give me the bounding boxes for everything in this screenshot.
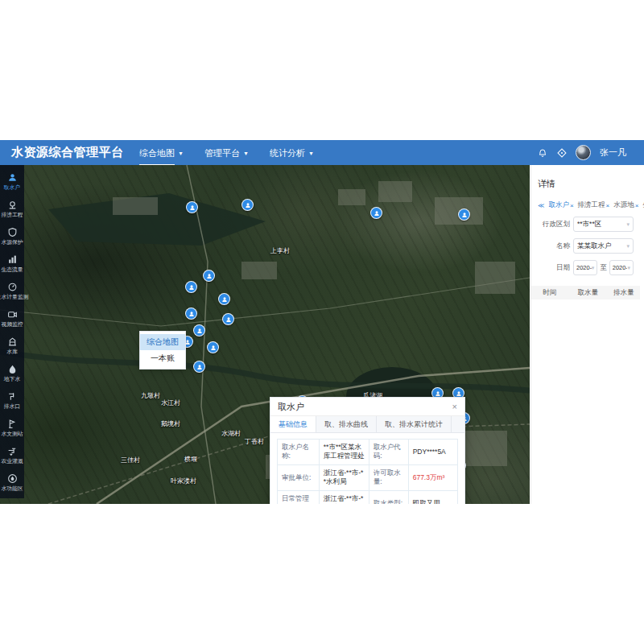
pump-icon: [7, 200, 18, 210]
water-user-marker[interactable]: [193, 361, 205, 373]
modal-body: 取水户名称: **市**区某水库工程管理处 取水户代码: PDY****5A 审…: [270, 433, 464, 504]
user-avatar[interactable]: [576, 145, 591, 160]
reservoir-icon: [7, 336, 18, 347]
col-intake: 取水量: [568, 288, 608, 298]
name-select[interactable]: 某某取水户 ▾: [573, 238, 634, 254]
district-select[interactable]: **市**区 ▾: [573, 217, 634, 232]
sidebar-item-metering-monitor[interactable]: 取水计量监测: [0, 277, 24, 304]
panel-tab-water-user[interactable]: 取水户×: [548, 200, 573, 210]
map-place-label: 九墩村: [141, 391, 160, 400]
water-user-marker[interactable]: [458, 208, 470, 221]
dropdown-item-ledger[interactable]: 一本账: [140, 350, 185, 366]
table-row: 审批单位: 浙江省-**市-**水利局 许可取水量: 677.3万m³: [278, 464, 458, 490]
panel-tab-water-source[interactable]: 水源地×: [613, 200, 638, 210]
field-value: 即取又用: [408, 490, 457, 504]
nav-item-stats[interactable]: 统计分析 ▼: [270, 147, 314, 159]
water-user-marker[interactable]: [193, 324, 205, 336]
field-value: 浙江省-**市-**水利局: [319, 490, 369, 504]
modal-title: 取水户: [278, 401, 304, 413]
water-user-marker[interactable]: [185, 308, 197, 320]
top-header: 水资源综合管理平台 综合地图 ▼ 管理平台 ▼ 统计分析 ▼ 张一凡: [0, 140, 644, 165]
water-user-marker[interactable]: [203, 270, 215, 282]
chevron-down-icon: ▾: [626, 243, 630, 250]
col-time: 时间: [531, 288, 568, 298]
info-table: 取水户名称: **市**区某水库工程管理处 取水户代码: PDY****5A 审…: [277, 439, 458, 504]
water-user-marker[interactable]: [242, 199, 254, 211]
district-field: 行政区划 **市**区 ▾: [538, 217, 634, 232]
map-place-label: 横堰: [184, 455, 197, 464]
pipe-icon: [7, 391, 18, 402]
map-place-label: 上李村: [270, 246, 290, 255]
tab-basic-info[interactable]: 基础信息: [270, 416, 316, 432]
shield-icon: [7, 227, 18, 237]
col-drainage: 排水量: [607, 288, 640, 298]
sidebar-item-function-zone[interactable]: 水功能区: [0, 469, 24, 496]
water-user-marker[interactable]: [185, 281, 197, 293]
settings-icon[interactable]: [556, 147, 567, 158]
water-user-marker[interactable]: [370, 207, 382, 219]
map-canvas[interactable]: 瓜渚湖红建村红梅村九墩村水江村鹅境村水湖村丁香村三佳村横堰叶家溇村上李村 取水户…: [0, 165, 530, 504]
map-place-label: 水江村: [161, 398, 180, 407]
sidebar-item-outlet[interactable]: 排水口: [0, 386, 24, 414]
user-icon: [7, 172, 18, 183]
faucet-icon: [7, 446, 18, 456]
map-menu-dropdown: 综合地图 一本账: [139, 331, 186, 369]
detail-panel: 详情 ≪ 取水户× 排涝工程× 水源地× 生态流▾ 行政区划 **市**区 ▾: [530, 165, 640, 504]
meter-icon: [7, 282, 18, 292]
close-icon[interactable]: ×: [570, 202, 574, 209]
chevron-down-icon: ▾: [626, 221, 630, 228]
water-user-marker[interactable]: [222, 313, 234, 325]
sidebar-item-eco-flow[interactable]: 生态流量: [0, 250, 24, 277]
water-user-marker[interactable]: [207, 341, 219, 353]
sidebar-item-groundwater[interactable]: 地下水: [0, 359, 24, 386]
water-user-marker[interactable]: [186, 201, 198, 213]
date-field: 日期 2020-04-20 ▾ 至 2020-05-20 ▾: [538, 260, 634, 275]
water-user-marker[interactable]: [218, 293, 230, 305]
modal-tabs: 基础信息 取、排水曲线 取、排水累计统计: [270, 416, 464, 433]
tab-cumulative[interactable]: 取、排水累计统计: [377, 416, 452, 432]
field-value: PDY****5A: [408, 440, 457, 465]
date-to-input[interactable]: 2020-05-20 ▾: [609, 260, 634, 275]
sidebar-item-water-user[interactable]: 取水户: [0, 167, 24, 195]
chevron-down-icon: ▾: [592, 265, 595, 271]
station-icon: [7, 419, 18, 429]
sidebar-item-drainage-project[interactable]: 排涝工程: [0, 195, 24, 222]
camera-icon: [7, 309, 18, 320]
close-icon[interactable]: ×: [635, 202, 639, 209]
tab-curve[interactable]: 取、排水曲线: [316, 416, 377, 432]
map-place-label: 丁香村: [245, 437, 264, 446]
zone-drop-icon: [7, 473, 18, 484]
user-name[interactable]: 张一凡: [600, 147, 626, 159]
main-nav: 综合地图 ▼ 管理平台 ▼ 统计分析 ▼: [139, 147, 314, 159]
field-value: **市**区某水库工程管理处: [319, 440, 369, 465]
panel-tab-drainage[interactable]: 排涝工程×: [578, 200, 610, 210]
nav-item-platform[interactable]: 管理平台 ▼: [204, 147, 249, 159]
field-label: 审批单位:: [278, 464, 320, 490]
panel-title: 详情: [538, 178, 634, 190]
header-right: 张一凡: [537, 140, 626, 165]
field-value: 浙江省-**市-**水利局: [319, 464, 369, 490]
sidebar-item-hydro-station[interactable]: 水文测站: [0, 414, 24, 441]
nav-item-map[interactable]: 综合地图 ▼: [139, 147, 184, 159]
chart-icon: [7, 254, 18, 265]
tabs-scroll-left-icon[interactable]: ≪: [538, 202, 544, 209]
table-row: 取水户名称: **市**区某水库工程管理处 取水户代码: PDY****5A: [278, 440, 458, 465]
app-title: 水资源综合管理平台: [11, 145, 124, 160]
sidebar-item-reservoir[interactable]: 水库: [0, 332, 24, 359]
sidebar-item-source-protection[interactable]: 水源保护: [0, 222, 24, 250]
sidebar-item-irrigation[interactable]: 农业灌溉: [0, 441, 24, 469]
sidebar-item-video-monitor[interactable]: 视频监控: [0, 304, 24, 332]
dropdown-item-composite-map[interactable]: 综合地图: [140, 334, 185, 350]
bell-icon[interactable]: [537, 147, 547, 158]
date-from-input[interactable]: 2020-04-20 ▾: [573, 260, 597, 275]
app: 水资源综合管理平台 综合地图 ▼ 管理平台 ▼ 统计分析 ▼ 张一凡: [0, 0, 644, 644]
field-label: 取水户名称:: [278, 440, 320, 465]
field-value-highlight: 677.3万m³: [408, 464, 457, 490]
water-user-modal: 取水户 × 基础信息 取、排水曲线 取、排水累计统计 取水户名称: **市**区…: [270, 397, 465, 504]
map-place-label: 鹅境村: [161, 419, 180, 428]
close-icon[interactable]: ×: [452, 402, 457, 411]
panel-tabs: ≪ 取水户× 排涝工程× 水源地× 生态流▾: [538, 200, 634, 210]
map-place-label: 水湖村: [221, 429, 241, 438]
panel-table-header: 时间 取水量 排水量: [531, 286, 640, 299]
close-icon[interactable]: ×: [606, 202, 610, 209]
